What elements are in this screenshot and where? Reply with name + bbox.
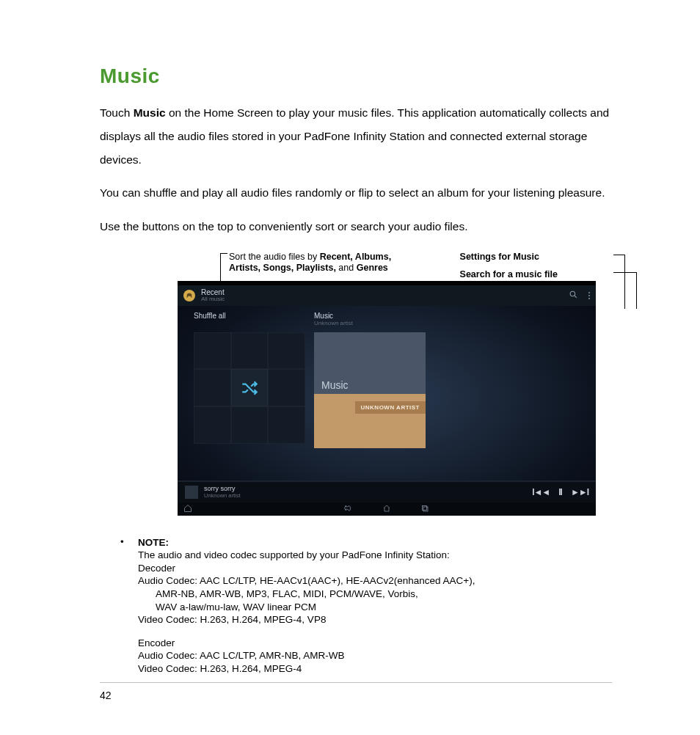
album-cover-top: Music (314, 332, 426, 394)
now-playing-bar[interactable]: sorry sorry Unknown artist I◄◄ II ►►I (178, 480, 596, 502)
text: Sort the audio files by (229, 252, 320, 262)
app-screenshot: Recent All music Shuffle all Music Unkno… (178, 281, 596, 516)
nav-recents-icon[interactable] (420, 502, 429, 516)
album-cover-title: Music (321, 379, 349, 391)
svg-point-0 (570, 291, 575, 296)
note-bullet: • (120, 536, 138, 675)
paragraph-2: You can shuffle and play all audio files… (100, 181, 612, 205)
nav-home-icon[interactable] (382, 502, 391, 516)
paragraph-1: Touch Music on the Home Screen to play y… (100, 101, 612, 171)
manual-page: Music Touch Music on the Home Screen to … (0, 0, 700, 735)
callout-settings: Settings for Music (460, 252, 612, 262)
callout-row: Sort the audio files by Recent, Albums, … (100, 252, 612, 279)
album-header-sub: Unknown artist (314, 320, 353, 326)
note-heading: NOTE: (138, 536, 475, 549)
app-header: Recent All music (178, 285, 596, 306)
note-line: AMR-NB, AMR-WB, MP3, FLAC, MIDI, PCM/WAV… (156, 588, 475, 601)
note-line: WAV a-law/mu-law, WAV linear PCM (156, 601, 475, 614)
now-playing-title: sorry sorry (204, 485, 241, 492)
headphones-icon[interactable] (183, 290, 195, 301)
album-cover-bottom: UNKNOWN ARTIST (314, 394, 426, 448)
note-line: Video Codec: H.263, H.264, MPEG-4, VP8 (138, 613, 475, 626)
note-line: Decoder (138, 562, 475, 575)
text-bold: Genres (357, 263, 388, 273)
header-dropdown[interactable]: Recent All music (201, 288, 225, 303)
note-body: NOTE: The audio and video codec supporte… (138, 536, 475, 675)
shuffle-label-group: Shuffle all (194, 312, 226, 320)
nav-home-small-icon[interactable] (183, 502, 192, 516)
callout-right-group: Settings for Music Search for a music fi… (460, 252, 612, 279)
text: Touch (100, 106, 134, 119)
text: and (336, 263, 357, 273)
nav-back-icon[interactable] (344, 502, 353, 516)
album-artist-badge: UNKNOWN ARTIST (355, 401, 426, 414)
note-line: Audio Codec: AAC LC/LTP, AMR-NB, AMR-WB (138, 649, 475, 662)
album-header-title: Music (314, 312, 353, 320)
page-number: 42 (100, 690, 112, 701)
callout-search: Search for a music file (460, 269, 612, 279)
svg-rect-3 (423, 507, 428, 511)
svg-line-1 (575, 296, 577, 298)
now-playing-artist: Unknown artist (204, 492, 241, 499)
section-title: Music (100, 65, 612, 88)
now-playing-art (185, 486, 198, 499)
paragraph-3: Use the buttons on the top to convenient… (100, 215, 612, 238)
shuffle-label: Shuffle all (194, 312, 226, 320)
pause-button[interactable]: II (558, 487, 562, 497)
now-playing-text: sorry sorry Unknown artist (204, 485, 241, 499)
previous-button[interactable]: I◄◄ (532, 487, 550, 497)
note-line: Video Codec: H.263, H.264, MPEG-4 (138, 662, 475, 676)
overflow-menu-icon[interactable] (588, 292, 590, 299)
note-line: Encoder (138, 637, 475, 650)
note-line: Audio Codec: AAC LC/LTP, HE-AACv1(AAC+),… (138, 574, 475, 588)
search-icon[interactable] (569, 290, 578, 301)
text-bold: Music (134, 106, 166, 119)
footer-rule (100, 682, 612, 683)
next-button[interactable]: ►►I (571, 487, 588, 497)
header-subtitle: All music (201, 296, 225, 303)
album-tile[interactable]: Music UNKNOWN ARTIST (314, 332, 426, 445)
svg-rect-2 (423, 505, 427, 510)
album-label-group: Music Unknown artist (314, 312, 353, 326)
callout-sort: Sort the audio files by Recent, Albums, … (229, 252, 416, 279)
text: on the Home Screen to play your music fi… (100, 106, 609, 166)
system-navbar (178, 502, 596, 516)
note-block: • NOTE: The audio and video codec suppor… (120, 536, 612, 675)
shuffle-tile[interactable] (194, 332, 305, 444)
note-line: The audio and video codec supported by y… (138, 549, 475, 562)
shuffle-icon (231, 369, 269, 406)
